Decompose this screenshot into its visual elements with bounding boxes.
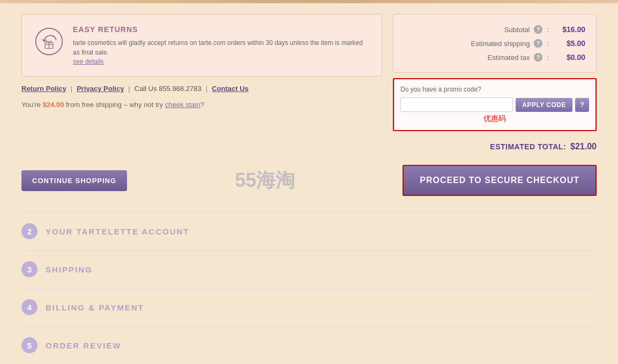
returns-description: tarte cosmetics will gladly accept retur… [73, 38, 371, 57]
separator-2: | [128, 85, 130, 93]
policy-links: Return Policy | Privacy Policy | Call Us… [21, 85, 382, 93]
shipping-label: Estimated shipping [471, 40, 530, 48]
watermark: 55海淘 [127, 168, 403, 194]
step-row-4: 4 BILLING & PAYMENT [21, 288, 597, 326]
buttons-row: CONTINUE SHOPPING 55海淘 PROCEED TO SECURE… [21, 165, 597, 196]
step-number-5: 5 [21, 337, 38, 353]
step-row-2: 2 YOUR TARTELETTE ACCOUNT [21, 212, 597, 250]
free-shipping-amount: $24.00 [43, 101, 64, 109]
step-row-5: 5 ORDER REVIEW [21, 326, 597, 364]
tax-value: $0.00 [553, 53, 585, 62]
promo-label: Do you have a promo code? [400, 86, 589, 93]
content-area: EASY RETURNS tarte cosmetics will gladly… [21, 14, 597, 154]
subtotal-help-icon[interactable]: ? [534, 25, 542, 34]
easy-returns-box: EASY RETURNS tarte cosmetics will gladly… [21, 14, 382, 77]
estimated-total-label: ESTIMATED TOTAL: [490, 142, 566, 151]
promo-input[interactable] [400, 97, 513, 112]
proceed-checkout-button[interactable]: PROCEED TO SECURE CHECKOUT [404, 166, 595, 195]
returns-title: EASY RETURNS [73, 25, 371, 34]
shipping-value: $5.00 [553, 39, 585, 48]
estimated-total-row: ESTIMATED TOTAL: $21.00 [393, 136, 597, 154]
subtotal-row: Subtotal ? : $16.00 [404, 22, 585, 36]
free-shipping-prefix: You're [21, 101, 43, 109]
shipping-row: Estimated shipping ? : $5.00 [404, 36, 585, 50]
step-label-5: ORDER REVIEW [46, 341, 122, 350]
cheek-stain-link[interactable]: cheek stain [165, 101, 200, 109]
step-label-3: SHIPPING [46, 265, 93, 274]
free-shipping-notice: You're $24.00 from free shipping – why n… [21, 101, 382, 109]
steps-container: 2 YOUR TARTELETTE ACCOUNT 3 SHIPPING 4 B… [21, 212, 597, 364]
returns-content: EASY RETURNS tarte cosmetics will gladly… [73, 25, 371, 65]
returns-svg [34, 27, 64, 56]
promo-chinese-text: 优惠码 [400, 114, 589, 124]
return-policy-link[interactable]: Return Policy [21, 85, 66, 93]
checkout-section: PROCEED TO SECURE CHECKOUT [403, 165, 597, 196]
tax-row: Estimated tax ? : $0.00 [404, 50, 585, 64]
shipping-help-icon[interactable]: ? [534, 39, 542, 48]
call-us-text: Call Us 855.968.2783 [135, 85, 202, 93]
order-summary: Subtotal ? : $16.00 Estimated shipping ?… [393, 14, 597, 73]
free-shipping-middle: from free shipping – why not try [64, 101, 165, 109]
tax-label: Estimated tax [488, 54, 530, 62]
step-label-2: YOUR TARTELETTE ACCOUNT [46, 227, 190, 236]
step-label-4: BILLING & PAYMENT [46, 303, 144, 312]
privacy-policy-link[interactable]: Privacy Policy [77, 85, 124, 93]
main-container: EASY RETURNS tarte cosmetics will gladly… [0, 3, 618, 364]
separator-3: | [206, 85, 207, 93]
subtotal-label: Subtotal [504, 26, 530, 34]
step-number-2: 2 [21, 223, 38, 239]
subtotal-value: $16.00 [553, 25, 585, 34]
separator-1: | [71, 85, 72, 93]
step-number-4: 4 [21, 299, 38, 315]
step-number-3: 3 [21, 261, 38, 277]
returns-icon [33, 25, 65, 57]
apply-code-button[interactable]: APPLY CODE [516, 98, 572, 112]
tax-help-icon[interactable]: ? [534, 53, 542, 62]
see-details-link[interactable]: see details [73, 58, 103, 65]
right-panel: Subtotal ? : $16.00 Estimated shipping ?… [393, 14, 597, 154]
free-shipping-suffix: ? [200, 101, 204, 109]
contact-us-link[interactable]: Contact Us [212, 85, 249, 93]
left-panel: EASY RETURNS tarte cosmetics will gladly… [21, 14, 382, 154]
step-row-3: 3 SHIPPING [21, 250, 597, 288]
svg-point-0 [35, 28, 62, 55]
estimated-total-value: $21.00 [570, 142, 597, 151]
promo-input-row: APPLY CODE ? [400, 97, 589, 112]
promo-question-button[interactable]: ? [575, 98, 589, 112]
continue-shopping-button[interactable]: CONTINUE SHOPPING [21, 170, 127, 191]
promo-section: Do you have a promo code? APPLY CODE ? 优… [393, 78, 597, 131]
